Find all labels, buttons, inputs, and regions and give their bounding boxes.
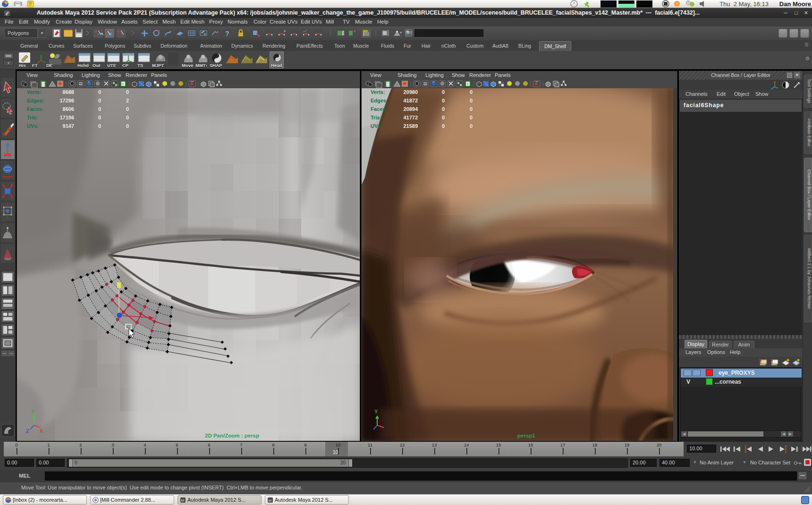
svg-text:Y: Y: [374, 409, 378, 414]
svg-text:0: 0: [15, 442, 17, 447]
svg-text:Y: Y: [31, 409, 35, 414]
svg-text:2: 2: [79, 442, 82, 447]
svg-text:8: 8: [272, 442, 274, 447]
svg-text:M: M: [269, 498, 272, 503]
svg-text:7: 7: [240, 442, 242, 447]
svg-text:13: 13: [432, 442, 437, 447]
svg-text:18: 18: [592, 442, 598, 447]
svg-text:12: 12: [400, 442, 405, 447]
svg-text:19: 19: [625, 442, 630, 447]
svg-text:10: 10: [336, 442, 341, 447]
svg-text:20: 20: [657, 442, 662, 447]
svg-text:3: 3: [111, 442, 114, 447]
svg-text:4: 4: [144, 442, 146, 447]
svg-text:Z: Z: [26, 428, 29, 434]
svg-text:10: 10: [333, 450, 338, 455]
svg-text:5: 5: [176, 442, 178, 447]
svg-text:1: 1: [47, 442, 50, 447]
svg-text:X: X: [40, 428, 43, 434]
svg-text:14: 14: [464, 442, 469, 447]
svg-text:11: 11: [368, 442, 372, 447]
svg-text:M: M: [181, 498, 185, 503]
svg-text:?: ?: [225, 30, 229, 37]
svg-text:persp1: persp1: [517, 433, 535, 438]
svg-text:2D Pan/Zoom : persp: 2D Pan/Zoom : persp: [205, 433, 259, 438]
svg-text:9: 9: [304, 442, 306, 447]
svg-text:6: 6: [208, 442, 210, 447]
svg-text:16: 16: [528, 442, 533, 447]
svg-text:15: 15: [496, 442, 501, 447]
svg-text:17: 17: [560, 442, 566, 447]
